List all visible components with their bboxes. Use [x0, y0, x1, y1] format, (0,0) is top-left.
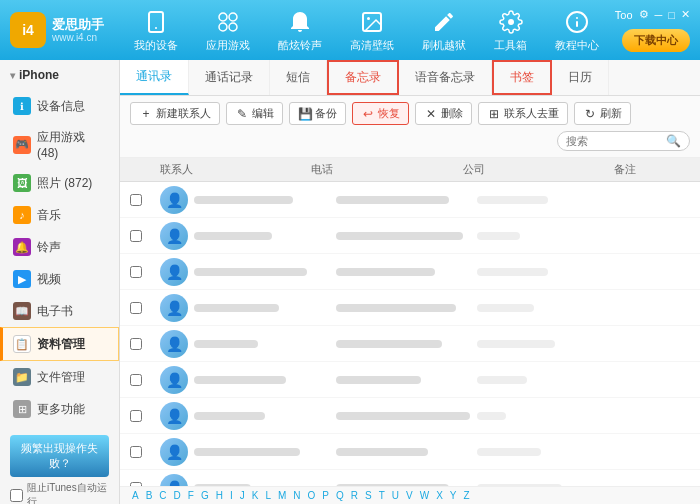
- settings-icon[interactable]: ⚙: [639, 8, 649, 21]
- checkbox-input[interactable]: [130, 446, 142, 458]
- table-row[interactable]: 👤: [120, 362, 700, 398]
- maximize-icon[interactable]: □: [668, 9, 675, 21]
- nav-tab-ringtones[interactable]: 酷炫铃声: [264, 0, 336, 60]
- alpha-R[interactable]: R: [349, 490, 360, 501]
- row-checkbox[interactable]: [130, 230, 160, 242]
- table-row[interactable]: 👤: [120, 434, 700, 470]
- alpha-M[interactable]: M: [276, 490, 288, 501]
- alpha-W[interactable]: W: [418, 490, 431, 501]
- tab-contacts[interactable]: 通讯录: [120, 60, 189, 95]
- search-input[interactable]: [566, 135, 666, 147]
- sidebar-item-music[interactable]: ♪ 音乐: [0, 199, 119, 231]
- row-checkbox[interactable]: [130, 266, 160, 278]
- nav-tab-tutorial[interactable]: 教程中心: [541, 0, 613, 60]
- alpha-T[interactable]: T: [377, 490, 387, 501]
- video-icon: ▶: [13, 270, 31, 288]
- help-button[interactable]: 频繁出现操作失败？: [10, 435, 109, 477]
- tab-call-log-label: 通话记录: [205, 69, 253, 86]
- itunes-checkbox[interactable]: 阻止iTunes自动运行: [10, 477, 109, 504]
- checkbox-input[interactable]: [130, 338, 142, 350]
- row-checkbox[interactable]: [130, 374, 160, 386]
- table-row[interactable]: 👤: [120, 254, 700, 290]
- download-center-button[interactable]: 下载中心: [622, 29, 690, 52]
- nav-tab-jailbreak[interactable]: 刷机越狱: [408, 0, 480, 60]
- sidebar-item-more[interactable]: ⊞ 更多功能: [0, 393, 119, 425]
- tab-voice-memo[interactable]: 语音备忘录: [399, 60, 492, 95]
- svg-point-4: [219, 23, 227, 31]
- alpha-N[interactable]: N: [291, 490, 302, 501]
- checkbox-input[interactable]: [130, 374, 142, 386]
- alpha-S[interactable]: S: [363, 490, 374, 501]
- alpha-L[interactable]: L: [263, 490, 273, 501]
- itunes-checkbox-input[interactable]: [10, 489, 23, 502]
- topbar-extra-text: Too: [615, 9, 633, 21]
- alpha-D[interactable]: D: [172, 490, 183, 501]
- alpha-K[interactable]: K: [250, 490, 261, 501]
- table-row[interactable]: 👤: [120, 182, 700, 218]
- restore-button[interactable]: ↩ 恢复: [352, 102, 409, 125]
- backup-button[interactable]: 💾 备份: [289, 102, 346, 125]
- alpha-C[interactable]: C: [157, 490, 168, 501]
- table-row[interactable]: 👤: [120, 398, 700, 434]
- alpha-F[interactable]: F: [186, 490, 196, 501]
- checkbox-input[interactable]: [130, 194, 142, 206]
- checkbox-input[interactable]: [130, 302, 142, 314]
- alpha-I[interactable]: I: [228, 490, 235, 501]
- tab-memo[interactable]: 备忘录: [327, 60, 399, 95]
- row-checkbox[interactable]: [130, 194, 160, 206]
- alpha-Z[interactable]: Z: [461, 490, 471, 501]
- nav-tab-apps[interactable]: 应用游戏: [192, 0, 264, 60]
- sidebar-item-apps[interactable]: 🎮 应用游戏 (48): [0, 122, 119, 167]
- tab-calendar[interactable]: 日历: [552, 60, 609, 95]
- ringtone-icon: 🔔: [13, 238, 31, 256]
- row-checkbox[interactable]: [130, 410, 160, 422]
- new-contact-button[interactable]: + 新建联系人: [130, 102, 220, 125]
- sidebar-item-file-manage-label: 文件管理: [37, 369, 85, 386]
- nav-tab-device[interactable]: 我的设备: [120, 0, 192, 60]
- sidebar-item-ebook[interactable]: 📖 电子书: [0, 295, 119, 327]
- sidebar-item-photos[interactable]: 🖼 照片 (872): [0, 167, 119, 199]
- alpha-O[interactable]: O: [306, 490, 318, 501]
- contact-avatar: 👤: [160, 294, 188, 322]
- alpha-B[interactable]: B: [144, 490, 155, 501]
- table-row[interactable]: 👤: [120, 290, 700, 326]
- tab-call-log[interactable]: 通话记录: [189, 60, 270, 95]
- sidebar-item-device-info[interactable]: ℹ 设备信息: [0, 90, 119, 122]
- add-icon: +: [139, 107, 153, 121]
- table-row[interactable]: 👤: [120, 326, 700, 362]
- sidebar-item-data-manage[interactable]: 📋 资料管理: [0, 327, 119, 361]
- table-row[interactable]: 👤: [120, 218, 700, 254]
- edit-button[interactable]: ✎ 编辑: [226, 102, 283, 125]
- sidebar-item-ringtone[interactable]: 🔔 铃声: [0, 231, 119, 263]
- row-checkbox[interactable]: [130, 446, 160, 458]
- close-icon[interactable]: ✕: [681, 8, 690, 21]
- tab-bookmarks[interactable]: 书签: [492, 60, 552, 95]
- alpha-J[interactable]: J: [238, 490, 247, 501]
- checkbox-input[interactable]: [130, 230, 142, 242]
- alpha-X[interactable]: X: [434, 490, 445, 501]
- refresh-button[interactable]: ↻ 刷新: [574, 102, 631, 125]
- nav-tab-wallpaper[interactable]: 高清壁纸: [336, 0, 408, 60]
- checkbox-input[interactable]: [130, 410, 142, 422]
- alpha-H[interactable]: H: [214, 490, 225, 501]
- dedup-button[interactable]: ⊞ 联系人去重: [478, 102, 568, 125]
- row-checkbox[interactable]: [130, 302, 160, 314]
- alpha-Y[interactable]: Y: [448, 490, 459, 501]
- alpha-U[interactable]: U: [390, 490, 401, 501]
- tab-sms[interactable]: 短信: [270, 60, 327, 95]
- checkbox-input[interactable]: [130, 266, 142, 278]
- alpha-G[interactable]: G: [199, 490, 211, 501]
- alpha-Q[interactable]: Q: [334, 490, 346, 501]
- row-checkbox[interactable]: [130, 338, 160, 350]
- alpha-A[interactable]: A: [130, 490, 141, 501]
- nav-tab-tools[interactable]: 工具箱: [480, 0, 541, 60]
- sidebar-item-video[interactable]: ▶ 视频: [0, 263, 119, 295]
- contact-avatar: 👤: [160, 258, 188, 286]
- delete-button[interactable]: ✕ 删除: [415, 102, 472, 125]
- alpha-V[interactable]: V: [404, 490, 415, 501]
- toolbar: + 新建联系人 ✎ 编辑 💾 备份 ↩ 恢复 ✕ 删除: [120, 96, 700, 158]
- alpha-P[interactable]: P: [320, 490, 331, 501]
- sidebar-item-file-manage[interactable]: 📁 文件管理: [0, 361, 119, 393]
- table-row[interactable]: 👤: [120, 470, 700, 486]
- minimize-icon[interactable]: ─: [655, 9, 663, 21]
